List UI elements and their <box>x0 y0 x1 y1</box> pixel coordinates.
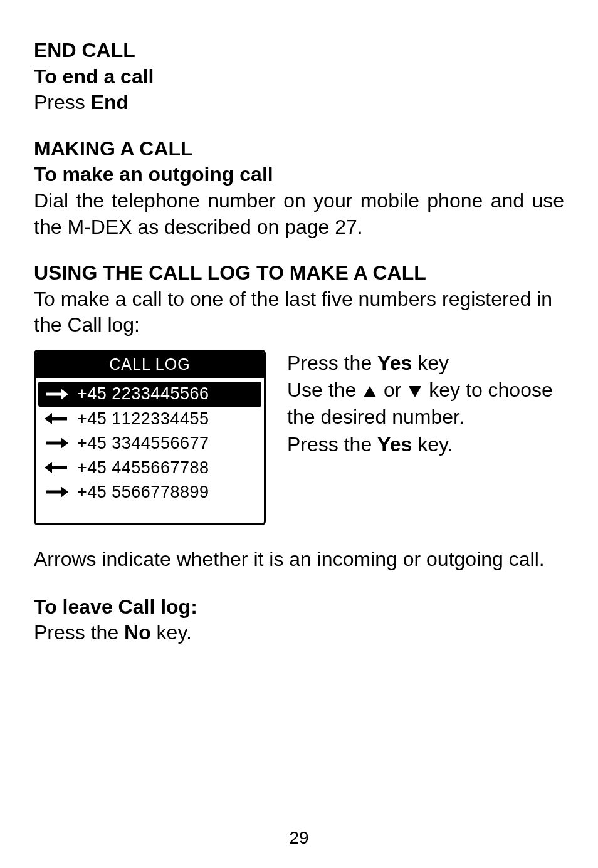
yes-keyword: Yes <box>377 352 412 374</box>
calllog-number: +45 3344556677 <box>77 432 209 454</box>
leave-calllog-section: To leave Call log: Press the No key. <box>34 594 564 646</box>
end-keyword: End <box>91 91 129 113</box>
calllog-instructions: Press the Yes key Use the or key to choo… <box>287 350 564 458</box>
calllog-number: +45 1122334455 <box>77 408 209 430</box>
svg-marker-1 <box>61 389 68 400</box>
arrow-right-icon <box>45 388 68 400</box>
instruction-line-1: Press the Yes key <box>287 350 564 377</box>
down-triangle-icon <box>408 385 422 398</box>
end-call-section: END CALL To end a call Press End <box>34 38 564 116</box>
text-fragment: key. <box>412 433 453 456</box>
arrow-right-icon <box>45 486 68 498</box>
text-fragment: Use the <box>287 379 362 401</box>
arrow-right-icon <box>45 437 68 449</box>
calllog-entry: +45 5566778899 <box>42 480 258 505</box>
svg-marker-9 <box>61 486 68 498</box>
svg-marker-3 <box>45 413 52 424</box>
no-keyword: No <box>124 621 151 644</box>
calllog-entry: +45 1122334455 <box>42 407 258 431</box>
calllog-box: CALL LOG +45 2233445566+45 1122334455+45… <box>34 350 266 525</box>
making-call-heading: MAKING A CALL <box>34 136 564 162</box>
svg-marker-10 <box>364 386 376 397</box>
press-label: Press <box>34 91 91 113</box>
arrows-note: Arrows indicate whether it is an incomin… <box>34 546 564 573</box>
text-fragment: or <box>378 379 407 401</box>
leave-calllog-heading: To leave Call log: <box>34 594 564 620</box>
yes-keyword: Yes <box>377 433 412 456</box>
text-fragment: key <box>412 352 449 374</box>
calllog-entry: +45 2233445566 <box>38 382 261 406</box>
using-log-section: USING THE CALL LOG TO MAKE A CALL To mak… <box>34 260 564 338</box>
text-fragment: Press the <box>287 433 377 456</box>
calllog-number: +45 2233445566 <box>77 383 209 405</box>
using-log-heading: USING THE CALL LOG TO MAKE A CALL <box>34 260 564 286</box>
making-call-subheading: To make an outgoing call <box>34 162 564 188</box>
svg-marker-11 <box>409 386 421 397</box>
svg-marker-5 <box>61 437 68 449</box>
arrow-left-icon <box>45 412 68 425</box>
text-fragment: key. <box>151 621 192 644</box>
calllog-list: +45 2233445566+45 1122334455+45 33445566… <box>36 382 264 523</box>
calllog-title: CALL LOG <box>36 352 264 379</box>
page-number: 29 <box>0 827 598 849</box>
end-call-instruction: Press End <box>34 90 564 116</box>
calllog-number: +45 4455667788 <box>77 457 209 479</box>
making-call-body: Dial the telephone number on your mobile… <box>34 188 564 240</box>
calllog-row-layout: CALL LOG +45 2233445566+45 1122334455+45… <box>34 350 564 525</box>
instruction-line-3: Press the Yes key. <box>287 431 564 458</box>
arrow-left-icon <box>45 461 68 474</box>
calllog-number: +45 5566778899 <box>77 481 209 503</box>
calllog-entry: +45 4455667788 <box>42 456 258 480</box>
making-call-section: MAKING A CALL To make an outgoing call D… <box>34 136 564 240</box>
text-fragment: Press the <box>34 621 124 644</box>
end-call-subheading: To end a call <box>34 64 564 90</box>
using-log-body: To make a call to one of the last five n… <box>34 286 564 338</box>
calllog-entry: +45 3344556677 <box>42 431 258 456</box>
end-call-heading: END CALL <box>34 38 564 64</box>
instruction-line-2: Use the or key to choose the desired num… <box>287 377 564 431</box>
text-fragment: Press the <box>287 352 377 374</box>
up-triangle-icon <box>363 385 377 398</box>
leave-calllog-instruction: Press the No key. <box>34 620 564 646</box>
svg-marker-7 <box>45 462 52 473</box>
